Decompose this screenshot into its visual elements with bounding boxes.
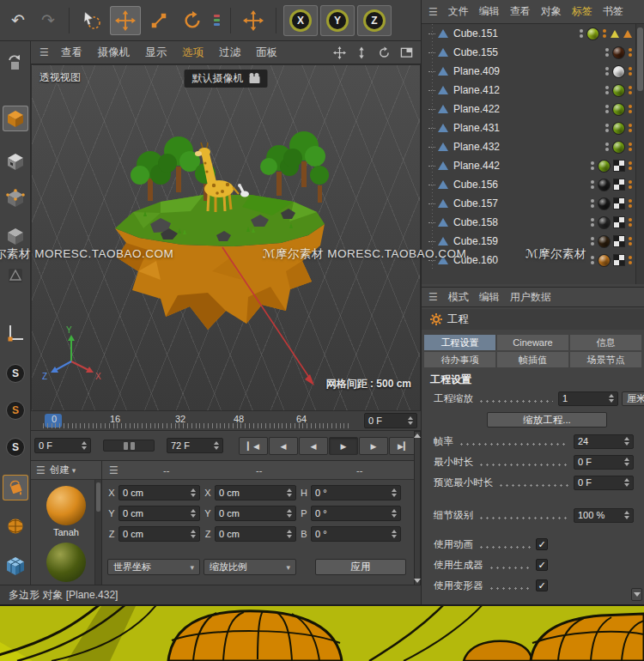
redo-button[interactable]: ↷ (34, 6, 62, 35)
object-name[interactable]: Cube.151 (453, 27, 498, 39)
display-tag-dots[interactable] (629, 199, 632, 208)
polygon-object-icon[interactable] (438, 124, 448, 132)
object-row[interactable]: Plane.409 (422, 62, 644, 81)
scroll-down-button[interactable] (631, 588, 642, 601)
lod-field[interactable]: 100 % (574, 508, 634, 523)
display-tag-dots[interactable] (629, 105, 632, 113)
texture-tag-icon[interactable] (614, 161, 624, 171)
material-thumbnail[interactable] (46, 543, 86, 582)
menu-camera[interactable]: 摄像机 (91, 45, 137, 60)
display-tag-dots[interactable] (629, 86, 632, 94)
material-tag-icon[interactable] (613, 47, 624, 58)
last-tool-button[interactable] (210, 6, 223, 35)
object-name[interactable]: Cube.155 (453, 46, 498, 58)
use-animation-checkbox[interactable]: ✓ (536, 538, 548, 550)
sphere-projection-button[interactable] (3, 513, 28, 539)
object-name[interactable]: Plane.442 (453, 160, 500, 172)
x-axis-lock-button[interactable]: X (283, 5, 318, 36)
coord-system-dropdown[interactable]: 世界坐标 ▾ (107, 559, 200, 575)
polygon-object-icon[interactable] (438, 237, 448, 246)
size-x-field[interactable]: 0 cm (215, 485, 296, 500)
rotation-p-field[interactable]: 0 ° (311, 506, 401, 521)
orbit-camera-icon[interactable] (376, 45, 392, 60)
visibility-dots[interactable] (591, 161, 594, 170)
texture-tag-icon[interactable] (614, 217, 624, 227)
object-row[interactable]: Plane.412 (422, 81, 644, 100)
attribute-scrollbar[interactable] (414, 431, 421, 585)
object-name[interactable]: Cube.156 (453, 179, 498, 191)
object-row[interactable]: Cube.157 (422, 194, 644, 213)
menu-mode[interactable]: 模式 (448, 290, 469, 305)
live-selection-tool[interactable] (76, 6, 107, 35)
display-tag-dots[interactable] (603, 29, 606, 38)
tab-frame-interpolation[interactable]: 帧插值 (497, 352, 568, 367)
material-thumbnail[interactable] (46, 486, 86, 525)
polygon-object-icon[interactable] (438, 48, 448, 57)
menu-tags[interactable]: 标签 (572, 4, 592, 19)
preview-min-time-field[interactable]: 0 F (574, 476, 634, 490)
polygon-object-icon[interactable] (438, 218, 448, 227)
phong-tag-icon[interactable] (623, 30, 632, 38)
menu-bookmarks[interactable]: 书签 (603, 4, 623, 19)
spinner[interactable] (405, 416, 413, 425)
material-tag-icon[interactable] (613, 123, 624, 134)
scroll-down-icon[interactable] (414, 579, 421, 583)
visibility-dots[interactable] (580, 29, 583, 38)
rotation-b-field[interactable]: 0 ° (311, 526, 401, 542)
paint-setup-button[interactable] (3, 475, 28, 500)
perspective-viewport[interactable]: Y X Z 透视视图 默认摄像机 网格间距 : 500 cm (31, 64, 421, 411)
rotation-column-header[interactable]: -- (309, 465, 410, 476)
polygon-object-icon[interactable] (438, 180, 448, 189)
visibility-dots[interactable] (605, 124, 609, 132)
next-frame-button[interactable]: ▶ (359, 437, 388, 455)
coordinate-panel-menu-icon[interactable]: ☰ (107, 464, 120, 476)
material-tag-icon[interactable] (598, 236, 610, 247)
rotation-h-field[interactable]: 0 ° (311, 485, 401, 500)
axis-modification-tool[interactable] (238, 6, 269, 35)
camera-pill[interactable]: 默认摄像机 (185, 70, 268, 88)
menu-view[interactable]: 查看 (54, 45, 89, 60)
texture-tag-icon[interactable] (614, 179, 624, 190)
object-row[interactable]: Cube.151 (422, 24, 644, 43)
display-tag-dots[interactable] (629, 218, 632, 227)
project-scale-unit-dropdown[interactable]: 厘米 (622, 391, 644, 406)
workplane-button[interactable] (3, 320, 28, 346)
menu-panel[interactable]: 面板 (249, 45, 284, 60)
polygon-object-icon[interactable] (438, 29, 448, 38)
object-row[interactable]: Plane.442 (422, 156, 644, 175)
use-generators-checkbox[interactable]: ✓ (536, 559, 548, 571)
visibility-dots[interactable] (605, 143, 609, 151)
object-row[interactable]: Plane.432 (422, 137, 644, 156)
undo-button[interactable]: ↶ (4, 6, 32, 35)
menu-objects[interactable]: 对象 (541, 4, 562, 19)
spinner[interactable] (79, 441, 87, 450)
size-z-field[interactable]: 0 cm (215, 526, 296, 542)
menu-file[interactable]: 文件 (448, 4, 469, 19)
visibility-dots[interactable] (591, 256, 594, 264)
range-end-field[interactable]: 72 F (167, 438, 223, 453)
material-tag-icon[interactable] (598, 161, 610, 172)
menu-edit[interactable]: 编辑 (479, 4, 500, 19)
menu-display[interactable]: 显示 (138, 45, 173, 60)
object-row[interactable]: Cube.155 (422, 43, 644, 62)
polygon-object-icon[interactable] (438, 105, 448, 113)
move-tool[interactable] (110, 6, 141, 35)
visibility-dots[interactable] (591, 180, 594, 189)
min-time-field[interactable]: 0 F (574, 455, 634, 470)
object-name[interactable]: Plane.422 (453, 103, 500, 115)
point-mode-button[interactable] (3, 185, 28, 211)
menu-options[interactable]: 选项 (175, 45, 210, 60)
use-deformers-checkbox[interactable]: ✓ (536, 579, 548, 591)
size-column-header[interactable]: -- (213, 465, 306, 476)
dolly-camera-icon[interactable] (354, 45, 369, 60)
size-y-field[interactable]: 0 cm (215, 506, 296, 521)
play-button[interactable]: ▶ (329, 437, 358, 455)
previous-key-button[interactable]: ◀ (269, 437, 298, 455)
object-name[interactable]: Cube.159 (453, 235, 498, 247)
fps-field[interactable]: 24 (574, 434, 634, 449)
polygon-object-icon[interactable] (438, 86, 448, 94)
polygon-object-icon[interactable] (438, 161, 448, 170)
display-tag-dots[interactable] (629, 237, 632, 246)
scale-project-button[interactable]: 缩放工程... (487, 412, 607, 428)
tab-scene-nodes[interactable]: 场景节点 (570, 352, 641, 367)
